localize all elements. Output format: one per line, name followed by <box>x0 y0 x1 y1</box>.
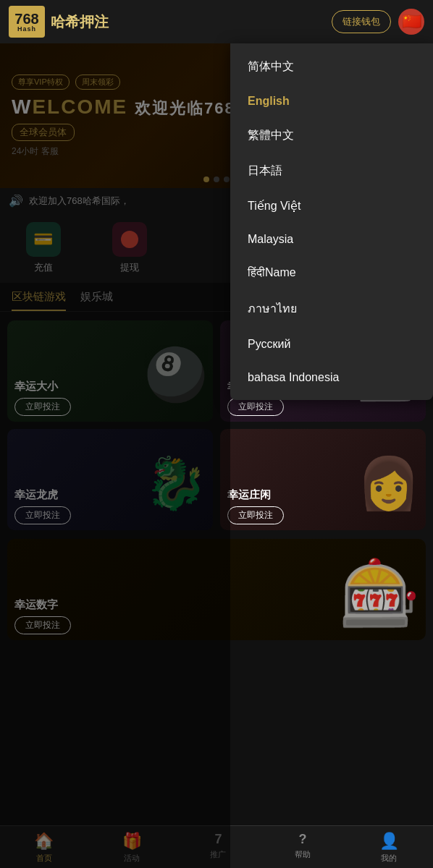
nav-item-help[interactable]: ? 帮助 <box>295 832 311 864</box>
logo-title: 哈希押注 <box>51 12 109 32</box>
header-right: 链接钱包 🇨🇳 <box>332 9 424 35</box>
bet-button-4[interactable]: 立即投注 <box>227 506 284 524</box>
lang-item-english[interactable]: English <box>230 85 433 118</box>
lang-item-vietnamese[interactable]: Tiếng Việt <box>230 189 433 223</box>
lang-item-russian[interactable]: Русский <box>230 328 433 361</box>
lang-item-japanese[interactable]: 日本語 <box>230 153 433 189</box>
nav-label-help: 帮助 <box>295 849 311 860</box>
connect-wallet-button[interactable]: 链接钱包 <box>332 10 391 33</box>
header: 768 Hash 哈希押注 链接钱包 🇨🇳 <box>0 0 433 43</box>
lang-item-traditional-chinese[interactable]: 繁體中文 <box>230 118 433 153</box>
lang-item-simplified-chinese[interactable]: 简体中文 <box>230 49 433 85</box>
logo-area: 768 Hash 哈希押注 <box>9 6 109 38</box>
nav-label-profile: 我的 <box>381 853 397 864</box>
logo-box: 768 Hash <box>9 6 45 38</box>
lang-item-hindi[interactable]: हिंदीName <box>230 256 433 289</box>
nav-item-profile[interactable]: 👤 我的 <box>379 832 399 864</box>
game-title-4: 幸运庄闲 <box>227 488 419 502</box>
profile-icon: 👤 <box>379 832 399 851</box>
help-icon: ? <box>299 832 307 847</box>
overlay-dimmer <box>0 43 230 868</box>
game-card-lucky-baccarat[interactable]: 👩 幸运庄闲 立即投注 <box>220 429 426 530</box>
lang-item-malay[interactable]: Malaysia <box>230 223 433 256</box>
lang-item-indonesian[interactable]: bahasa Indonesia <box>230 361 433 394</box>
game-card-content-4: 幸运庄闲 立即投注 <box>220 482 426 530</box>
logo-hash: Hash <box>17 26 36 33</box>
logo-number: 768 <box>14 12 38 26</box>
bet-button-2[interactable]: 立即投注 <box>227 398 284 416</box>
language-dropdown: 简体中文 English 繁體中文 日本語 Tiếng Việt Malaysi… <box>230 43 433 400</box>
flag-icon[interactable]: 🇨🇳 <box>398 9 424 35</box>
lang-item-thai[interactable]: ภาษาไทย <box>230 289 433 328</box>
